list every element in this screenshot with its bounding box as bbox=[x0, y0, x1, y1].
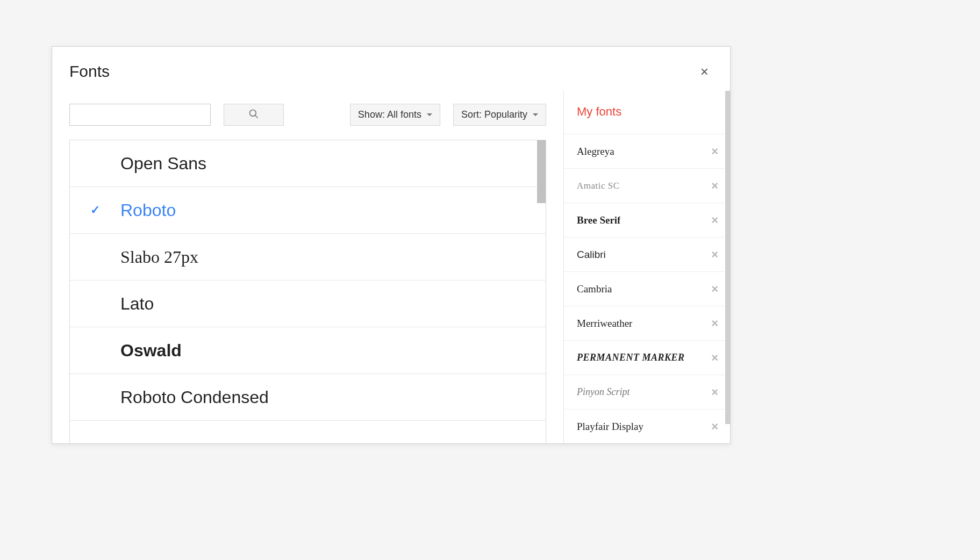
font-list-item[interactable]: Lato bbox=[70, 281, 546, 327]
remove-font-button[interactable]: × bbox=[709, 281, 720, 297]
my-font-name-label: Amatic SC bbox=[577, 181, 620, 191]
search-input[interactable] bbox=[69, 104, 211, 126]
font-name-label: Open Sans bbox=[120, 154, 206, 174]
show-dropdown[interactable]: Show: All fonts bbox=[350, 104, 440, 126]
chevron-down-icon bbox=[427, 113, 432, 116]
my-font-name-label: Merriweather bbox=[577, 318, 632, 329]
my-font-item[interactable]: Alegreya× bbox=[564, 134, 730, 169]
font-list-container: Open Sans✓RobotoSlabo 27pxLatoOswaldRobo… bbox=[69, 140, 546, 443]
my-font-name-label: Alegreya bbox=[577, 146, 614, 157]
controls-row: Show: All fonts Sort: Popularity bbox=[69, 95, 546, 140]
svg-point-0 bbox=[250, 110, 256, 117]
sort-dropdown[interactable]: Sort: Popularity bbox=[453, 104, 546, 126]
my-font-item[interactable]: Permanent Marker× bbox=[564, 341, 730, 375]
fonts-dialog: Fonts × Show: All fonts Sort: Popularity bbox=[52, 46, 731, 444]
remove-font-button[interactable]: × bbox=[709, 384, 720, 400]
scrollbar-thumb[interactable] bbox=[725, 91, 730, 424]
my-fonts-heading: My fonts bbox=[564, 91, 730, 134]
my-font-name-label: Calibri bbox=[577, 249, 606, 261]
font-name-label: Slabo 27px bbox=[120, 247, 198, 267]
font-list-item[interactable]: ✓Roboto bbox=[70, 187, 546, 234]
font-list-item[interactable]: Slabo 27px bbox=[70, 234, 546, 281]
my-font-item[interactable]: Calibri× bbox=[564, 238, 730, 272]
my-font-name-label: Bree Serif bbox=[577, 214, 620, 226]
remove-font-button[interactable]: × bbox=[709, 350, 720, 366]
my-fonts-list[interactable]: Alegreya×Amatic SC×Bree Serif×Calibri×Ca… bbox=[564, 134, 730, 443]
remove-font-button[interactable]: × bbox=[709, 178, 720, 194]
dialog-header: Fonts × bbox=[52, 47, 730, 91]
my-font-item[interactable]: Cambria× bbox=[564, 272, 730, 306]
search-icon bbox=[248, 109, 259, 121]
my-font-name-label: Permanent Marker bbox=[577, 352, 685, 363]
chevron-down-icon bbox=[533, 113, 538, 116]
font-list-item[interactable]: Oswald bbox=[70, 327, 546, 374]
my-font-item[interactable]: Pinyon Script× bbox=[564, 375, 730, 410]
show-dropdown-label: Show: All fonts bbox=[358, 109, 421, 120]
check-column: ✓ bbox=[87, 203, 120, 217]
my-font-item[interactable]: Bree Serif× bbox=[564, 203, 730, 238]
checkmark-icon: ✓ bbox=[90, 203, 100, 217]
my-font-name-label: Cambria bbox=[577, 283, 612, 295]
font-list[interactable]: Open Sans✓RobotoSlabo 27pxLatoOswaldRobo… bbox=[70, 140, 546, 443]
my-font-item[interactable]: Playfair Display× bbox=[564, 410, 730, 443]
left-pane: Show: All fonts Sort: Popularity Open Sa… bbox=[52, 91, 563, 443]
remove-font-button[interactable]: × bbox=[709, 143, 720, 160]
search-button[interactable] bbox=[224, 104, 284, 126]
my-font-name-label: Pinyon Script bbox=[577, 386, 630, 398]
my-font-item[interactable]: Merriweather× bbox=[564, 306, 730, 341]
remove-font-button[interactable]: × bbox=[709, 212, 720, 228]
my-fonts-pane: My fonts Alegreya×Amatic SC×Bree Serif×C… bbox=[563, 91, 730, 443]
svg-line-1 bbox=[255, 116, 258, 118]
font-name-label: Roboto bbox=[120, 200, 176, 220]
font-list-item[interactable]: Open Sans bbox=[70, 140, 546, 187]
close-button[interactable]: × bbox=[696, 62, 713, 81]
font-name-label: Lato bbox=[120, 294, 154, 314]
font-name-label: Roboto Condensed bbox=[120, 387, 269, 407]
dialog-title: Fonts bbox=[69, 62, 110, 81]
font-name-label: Oswald bbox=[120, 341, 182, 361]
my-font-name-label: Playfair Display bbox=[577, 421, 643, 433]
dialog-body: Show: All fonts Sort: Popularity Open Sa… bbox=[52, 91, 730, 443]
remove-font-button[interactable]: × bbox=[709, 315, 720, 332]
sort-dropdown-label: Sort: Popularity bbox=[461, 109, 527, 120]
scrollbar-thumb[interactable] bbox=[537, 140, 546, 203]
remove-font-button[interactable]: × bbox=[709, 419, 720, 435]
remove-font-button[interactable]: × bbox=[709, 247, 720, 263]
my-font-item[interactable]: Amatic SC× bbox=[564, 169, 730, 203]
font-list-item[interactable]: Roboto Condensed bbox=[70, 374, 546, 421]
